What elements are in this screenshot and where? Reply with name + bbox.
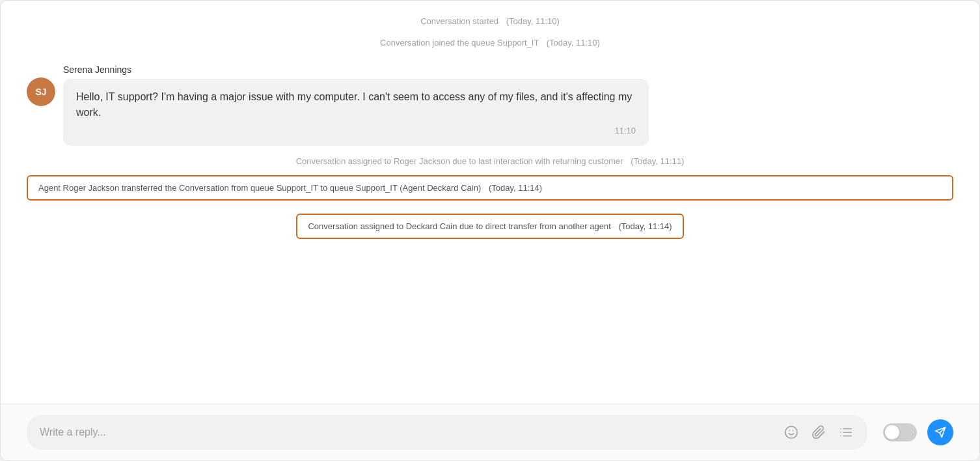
attachment-button[interactable] xyxy=(810,424,827,441)
highlighted-deckard-message: Conversation assigned to Deckard Cain du… xyxy=(296,214,683,239)
input-box xyxy=(27,415,867,450)
reply-input[interactable] xyxy=(40,426,775,438)
attachment-icon xyxy=(811,425,826,440)
message-bubble: Hello, IT support? I'm having a major is… xyxy=(63,79,649,146)
chat-container: Conversation started (Today, 11:10) Conv… xyxy=(0,0,980,461)
messages-area: Conversation started (Today, 11:10) Conv… xyxy=(1,1,979,404)
send-arrow-icon xyxy=(934,426,946,438)
toggle-container xyxy=(883,423,917,441)
template-button[interactable] xyxy=(837,424,854,441)
highlighted-transferred-row: Agent Roger Jackson transferred the Conv… xyxy=(27,175,953,207)
system-message-joined: Conversation joined the queue Support_IT… xyxy=(27,38,953,48)
emoji-icon xyxy=(784,425,798,440)
svg-point-0 xyxy=(785,426,797,438)
send-button[interactable] xyxy=(927,419,953,445)
message-text: Hello, IT support? I'm having a major is… xyxy=(76,89,636,120)
input-row xyxy=(27,415,953,450)
toggle-button[interactable] xyxy=(883,423,917,441)
system-message-assigned-roger: Conversation assigned to Roger Jackson d… xyxy=(27,156,953,166)
input-icons xyxy=(783,424,854,441)
message-time: 11:10 xyxy=(76,126,636,135)
avatar: SJ xyxy=(27,77,55,106)
message-content-wrapper: Serena Jennings Hello, IT support? I'm h… xyxy=(63,64,649,146)
sender-name: Serena Jennings xyxy=(63,64,649,75)
highlighted-deckard-row: Conversation assigned to Deckard Cain du… xyxy=(27,214,953,245)
user-message-row: SJ Serena Jennings Hello, IT support? I'… xyxy=(27,64,953,146)
highlighted-transferred-message: Agent Roger Jackson transferred the Conv… xyxy=(27,175,953,201)
input-area xyxy=(1,404,979,460)
system-message-started: Conversation started (Today, 11:10) xyxy=(27,16,953,26)
emoji-button[interactable] xyxy=(783,424,800,441)
send-icon xyxy=(927,419,953,445)
template-icon xyxy=(839,425,853,440)
